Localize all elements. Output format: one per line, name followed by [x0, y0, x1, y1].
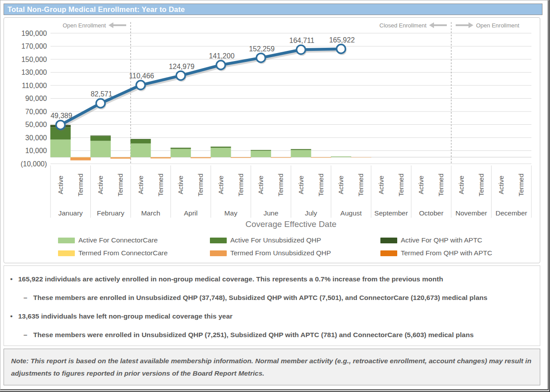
month-label: March	[141, 209, 160, 217]
month-label: January	[58, 209, 83, 217]
legend-swatch-icon	[210, 250, 227, 256]
active-bar-segment	[211, 148, 231, 157]
active-bar-segment	[251, 151, 271, 158]
termed-bar-segment	[231, 157, 251, 158]
line-data-label: 165,922	[329, 36, 355, 44]
line-marker	[217, 61, 225, 69]
bullet-2-sub: – These members were enrolled in Unsubsi…	[10, 331, 534, 339]
note-box: Note: This report is based on the latest…	[4, 349, 540, 385]
month-label: October	[419, 209, 443, 217]
termed-column-label: Termed	[197, 173, 204, 196]
line-marker	[176, 71, 185, 80]
month-label: July	[305, 209, 317, 217]
termed-column-label: Termed	[277, 173, 284, 196]
arrow-head-icon	[108, 23, 113, 28]
termed-column-label: Termed	[517, 173, 525, 196]
active-column-label: Active	[137, 176, 144, 194]
line-data-label: 164,711	[289, 37, 314, 44]
active-column-label: Active	[497, 176, 505, 194]
line-marker	[256, 54, 265, 62]
line-marker	[337, 45, 345, 54]
legend-label: Termed From ConnectorCare	[78, 249, 168, 257]
active-bar-segment	[90, 141, 111, 157]
y-tick-label: 70,000	[25, 108, 47, 115]
legend-swatch-icon	[210, 238, 227, 243]
termed-column-label: Termed	[157, 173, 164, 196]
termed-bar-segment	[271, 157, 291, 158]
active-column-label: Active	[337, 176, 345, 194]
month-label: August	[341, 209, 362, 217]
active-column-label: Active	[457, 176, 465, 194]
termed-column-label: Termed	[437, 173, 445, 196]
bullet-1-sub-text: These members are enrolled in Unsubsidiz…	[33, 293, 488, 302]
bullet-2-sub-text: These members were enrolled in Unsubsidi…	[33, 331, 474, 339]
active-bar-segment	[170, 148, 191, 149]
y-tick-label: 50,000	[25, 121, 47, 128]
legend-swatch-icon	[58, 238, 75, 243]
termed-column-label: Termed	[317, 173, 325, 196]
active-bar-segment	[131, 139, 151, 143]
legend-label: Active For QHP with APTC	[401, 236, 482, 244]
legend-swatch-icon	[380, 250, 397, 256]
bullet-1: • 165,922 individuals are actively enrol…	[10, 275, 534, 284]
legend-item: Termed From ConnectorCare	[58, 249, 210, 257]
line-data-label: 82,571	[91, 90, 112, 98]
arrow-head-icon	[469, 23, 473, 28]
bullet-1-text: 165,922 individuals are actively enrolle…	[18, 275, 443, 284]
line-data-label: 124,979	[169, 63, 194, 70]
legend-swatch-icon	[58, 250, 75, 256]
active-bar-segment	[211, 147, 231, 148]
summary-bullets: • 165,922 individuals are actively enrol…	[4, 265, 540, 346]
legend-label: Termed From QHP with APTC	[401, 249, 492, 257]
arrow-head-icon	[429, 23, 434, 28]
active-bar-segment	[131, 139, 151, 139]
y-tick-label: 10,000	[25, 147, 47, 154]
legend-label: Termed From Unsubsidized QHP	[230, 249, 331, 257]
x-axis-title: Coverage Effective Date	[50, 219, 531, 229]
note-text: Note: This report is based on the latest…	[11, 357, 531, 377]
active-column-label: Active	[177, 176, 184, 194]
enrollment-chart-panel: 190,000170,000150,000130,000110,00090,00…	[4, 17, 540, 263]
y-tick-label: 170,000	[21, 42, 47, 50]
active-bar-segment	[50, 139, 71, 157]
line-data-label: 141,200	[209, 52, 235, 60]
page-title: Total Non-Group Medical Enrollment: Year…	[8, 5, 185, 13]
legend-swatch-icon	[380, 238, 397, 243]
active-column-label: Active	[297, 176, 305, 194]
termed-bar-segment	[110, 158, 131, 159]
bullet-2-text: 13,635 individuals have left non-group m…	[18, 312, 232, 321]
y-tick-label: 130,000	[21, 69, 47, 76]
active-bar-segment	[291, 150, 311, 157]
termed-bar-segment	[311, 157, 331, 158]
termed-bar-segment	[351, 157, 371, 158]
line-data-label: 49,389	[50, 112, 72, 119]
legend-label: Active For Unsubsidized QHP	[230, 236, 321, 244]
legend-item: Active For QHP with APTC	[380, 236, 527, 244]
legend-label: Active For ConnectorCare	[78, 236, 158, 244]
termed-column-label: Termed	[477, 173, 485, 196]
line-marker	[56, 120, 65, 129]
legend-item: Active For ConnectorCare	[58, 236, 210, 244]
y-tick-label: 110,000	[22, 82, 47, 89]
termed-column-label: Termed	[397, 173, 405, 196]
month-label: June	[263, 209, 279, 217]
active-column-label: Active	[377, 176, 385, 194]
termed-bar-segment	[151, 157, 171, 158]
y-tick-label: (10,000)	[20, 160, 47, 168]
line-data-label: 152,259	[249, 45, 275, 53]
line-shadow	[62, 50, 342, 127]
open-enrollment-label-right: Open Enrollment	[476, 22, 519, 29]
legend-item: Active For Unsubsidized QHP	[210, 236, 380, 244]
closed-enrollment-label: Closed Enrollment	[380, 22, 427, 29]
month-label: December	[496, 209, 527, 217]
active-bar-segment	[331, 157, 351, 158]
active-bar-segment	[251, 150, 271, 151]
bullet-marker: •	[10, 312, 18, 321]
legend-item: Termed From QHP with APTC	[380, 249, 527, 257]
report-title-bar: Total Non-Group Medical Enrollment: Year…	[4, 4, 542, 15]
line-marker	[136, 81, 145, 89]
legend: Active For ConnectorCareActive For Unsub…	[4, 236, 540, 257]
line-data-label: 110,466	[129, 72, 154, 80]
total-enrollment-line	[61, 49, 341, 125]
open-enrollment-label-left: Open Enrollment	[62, 22, 106, 29]
